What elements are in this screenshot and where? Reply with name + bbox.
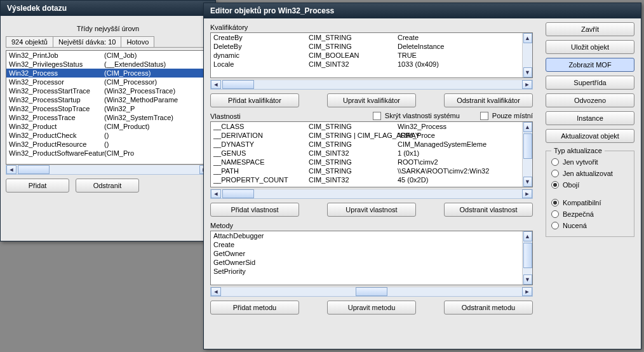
radio-compatible[interactable] (551, 199, 559, 206)
edit-method-button[interactable]: Upravit metodu (327, 301, 416, 315)
method-row[interactable]: SetPriority (211, 267, 522, 276)
methods-hscroll[interactable]: ◄ ► (210, 287, 533, 297)
delete-qualifier-button[interactable]: Odstranit kvalifikátor (444, 93, 533, 107)
scroll-right-icon[interactable]: ► (522, 80, 532, 89)
qualifier-row[interactable]: CreateByCIM_STRINGCreate (211, 33, 522, 42)
tab-done[interactable]: Hotovo (121, 36, 154, 47)
delete-property-button[interactable]: Odstranit vlastnost (444, 203, 533, 217)
property-row[interactable]: __NAMESPACECIM_STRINGROOT\cimv2 (211, 158, 522, 166)
qualifier-row[interactable]: LocaleCIM_SINT321033 (0x409) (211, 60, 522, 69)
refresh-object-button[interactable]: Aktualizovat objekt (546, 129, 634, 143)
scroll-thumb[interactable] (18, 165, 50, 174)
add-qualifier-button[interactable]: Přidat kvalifikátor (210, 93, 299, 107)
qualifier-row[interactable]: dynamicCIM_BOOLEANTRUE (211, 51, 522, 60)
object-editor-window: Editor objektů pro Win32_Process Kvalifi… (203, 3, 641, 349)
property-row[interactable]: __CLASSCIM_STRINGWin32_Process (211, 122, 522, 131)
property-row[interactable]: __DERIVATIONCIM_STRING | CIM_FLAG_ARRAY"… (211, 131, 522, 140)
scroll-thumb[interactable] (523, 133, 532, 159)
scroll-up-icon[interactable]: ▲ (523, 33, 532, 43)
edit-property-button[interactable]: Upravit vlastnost (327, 203, 416, 217)
property-row[interactable]: __PATHCIM_STRING\\SARKA\ROOT\cimv2:Win32 (211, 166, 522, 175)
class-list-row[interactable]: Win32_ProductSoftwareFeatures(CIM_Pro (6, 149, 210, 158)
properties-panel: __CLASSCIM_STRINGWin32_Process__DERIVATI… (210, 121, 533, 187)
scroll-thumb[interactable] (356, 287, 387, 296)
local-only-checkbox[interactable] (480, 112, 488, 120)
scroll-down-icon[interactable]: ▼ (523, 177, 532, 187)
property-row[interactable]: __DYNASTYCIM_STRINGCIM_ManagedSystemElem… (211, 140, 522, 149)
delete-method-button[interactable]: Odstranit metodu (444, 301, 533, 315)
scroll-down-icon[interactable]: ▼ (523, 67, 532, 78)
scroll-down-icon[interactable]: ▼ (523, 274, 532, 285)
close-button[interactable]: Zavřít (546, 22, 634, 36)
scroll-left-icon[interactable]: ◄ (211, 287, 221, 296)
scroll-right-icon[interactable]: ► (522, 189, 532, 198)
scroll-up-icon[interactable]: ▲ (523, 122, 532, 132)
radio-update-only[interactable] (551, 170, 559, 177)
instances-button[interactable]: Instance (546, 111, 634, 125)
local-only-label: Pouze místní (492, 112, 533, 119)
radio-create-only[interactable] (551, 158, 559, 166)
class-list-row[interactable]: Win32_Process(CIM_Process) (6, 69, 210, 78)
scroll-left-icon[interactable]: ◄ (211, 80, 221, 89)
property-row[interactable]: __GENUSCIM_SINT321 (0x1) (211, 149, 522, 158)
qualifiers-hscroll[interactable]: ◄ ► (210, 79, 533, 90)
add-class-button[interactable]: Přidat (6, 179, 69, 193)
properties-hscroll[interactable]: ◄ ► (210, 189, 533, 199)
class-list[interactable]: Win32_PrintJob(CIM_Job)Win32_PrivilegesS… (6, 50, 210, 165)
scroll-thumb[interactable] (523, 243, 532, 268)
class-list-row[interactable]: Win32_ProcessTrace(Win32_SystemTrace) (6, 113, 210, 122)
class-list-row[interactable]: Win32_ProcessStartTrace(Win32_ProcessTra… (6, 86, 210, 95)
methods-vscroll[interactable]: ▲ ▼ (522, 231, 532, 285)
scroll-right-icon[interactable]: ► (522, 287, 532, 296)
properties-vscroll[interactable]: ▲ ▼ (522, 122, 532, 187)
superclass-button[interactable]: Supertřída (546, 76, 634, 90)
stats-tabs: 924 objektů Největší dávka: 10 Hotovo (6, 36, 210, 48)
scroll-thumb[interactable] (222, 189, 254, 198)
scroll-thumb[interactable] (222, 80, 254, 89)
show-mof-button[interactable]: Zobrazit MOF (546, 58, 634, 72)
method-row[interactable]: AttachDebugger (211, 231, 522, 240)
property-row[interactable]: __PROPERTY_COUNTCIM_SINT3245 (0x2D) (211, 175, 522, 184)
radio-safe[interactable] (551, 210, 559, 218)
qualifiers-panel: CreateByCIM_STRINGCreateDeleteByCIM_STRI… (210, 32, 533, 78)
radio-create-only-label: Jen vytvořit (563, 156, 598, 168)
scroll-up-icon[interactable]: ▲ (523, 231, 532, 241)
method-row[interactable]: GetOwner (211, 249, 522, 258)
class-list-row[interactable]: Win32_PrintJob(CIM_Job) (6, 51, 210, 60)
method-row[interactable]: GetOwnerSid (211, 258, 522, 267)
method-row[interactable]: Create (211, 240, 522, 249)
remove-class-button[interactable]: Odstranit (76, 179, 139, 193)
add-method-button[interactable]: Přidat metodu (210, 301, 299, 315)
hide-system-label: Skrýt vlastnosti systému (385, 112, 460, 119)
radio-both-label: Obojí (563, 179, 579, 191)
class-list-row[interactable]: Win32_PrivilegesStatus(__ExtendedStatus) (6, 60, 210, 69)
tab-count[interactable]: 924 objektů (6, 36, 53, 47)
radio-both[interactable] (551, 181, 559, 189)
edit-qualifier-button[interactable]: Upravit kvalifikátor (327, 93, 416, 107)
methods-list[interactable]: AttachDebuggerCreateGetOwnerGetOwnerSidS… (211, 231, 522, 285)
qualifier-row[interactable]: DeleteByCIM_STRINGDeleteInstance (211, 42, 522, 51)
hide-system-checkbox[interactable] (373, 112, 381, 120)
qualifiers-list[interactable]: CreateByCIM_STRINGCreateDeleteByCIM_STRI… (211, 33, 522, 78)
methods-label: Metody (210, 222, 533, 229)
save-object-button[interactable]: Uložit objekt (546, 40, 634, 54)
win2-title: Editor objektů pro Win32_Process (204, 3, 641, 18)
class-list-row[interactable]: Win32_Processor(CIM_Processor) (6, 78, 210, 86)
scroll-left-icon[interactable]: ◄ (6, 165, 17, 174)
radio-compatible-label: Kompatibilní (563, 197, 601, 208)
update-type-legend: Typ aktualizace (551, 147, 605, 154)
class-list-row[interactable]: Win32_ProductResource() (6, 140, 210, 149)
class-list-row[interactable]: Win32_ProcessStartup(Win32_MethodParame (6, 95, 210, 104)
class-list-row[interactable]: Win32_ProductCheck() (6, 131, 210, 140)
derived-button[interactable]: Odvozeno (546, 93, 634, 107)
tab-batch[interactable]: Největší dávka: 10 (53, 36, 122, 47)
radio-update-only-label: Jen aktualizovat (563, 168, 613, 179)
class-list-row[interactable]: Win32_ProcessStopTrace(Win32_P (6, 104, 210, 113)
qualifiers-vscroll[interactable]: ▲ ▼ (522, 33, 532, 78)
class-list-hscroll[interactable]: ◄ ► (6, 165, 210, 175)
radio-forced[interactable] (551, 222, 559, 229)
properties-list[interactable]: __CLASSCIM_STRINGWin32_Process__DERIVATI… (211, 122, 522, 187)
class-list-row[interactable]: Win32_Product(CIM_Product) (6, 122, 210, 131)
scroll-left-icon[interactable]: ◄ (211, 189, 221, 198)
add-property-button[interactable]: Přidat vlastnost (210, 203, 299, 217)
